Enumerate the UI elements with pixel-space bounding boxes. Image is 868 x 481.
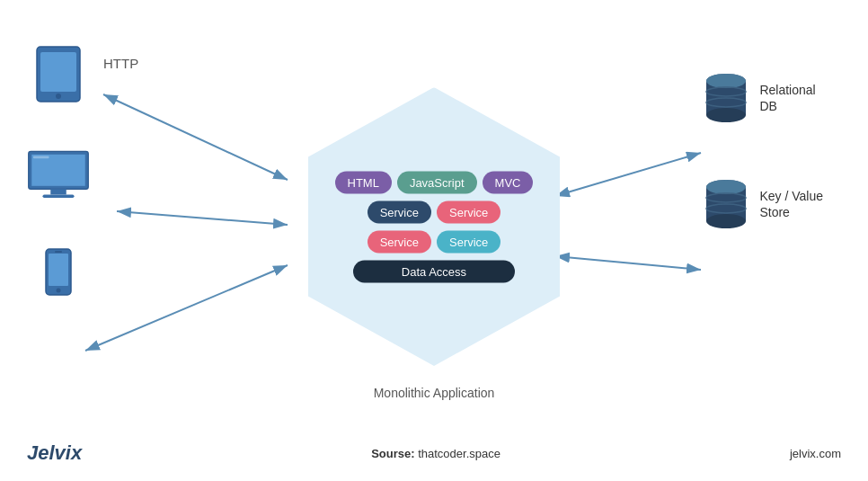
svg-rect-10 — [40, 52, 76, 92]
pill-service-pink-1: Service — [437, 200, 500, 223]
left-devices — [27, 45, 90, 297]
svg-line-8 — [555, 256, 701, 270]
svg-rect-14 — [50, 189, 66, 194]
pill-row-4: Data Access — [353, 260, 515, 282]
db-keyvalue: Key / Value Store — [704, 178, 823, 230]
pill-service-red-1: Service — [368, 230, 431, 253]
brand-left: Jelvix — [27, 441, 82, 465]
db-relational-icon — [704, 72, 748, 124]
svg-point-24 — [706, 74, 746, 88]
svg-rect-18 — [49, 254, 68, 286]
pill-row-2: Service Service — [368, 200, 501, 223]
pill-service-teal-1: Service — [437, 230, 500, 253]
svg-line-5 — [117, 211, 288, 225]
svg-line-6 — [85, 265, 288, 351]
pill-service-dark-1: Service — [368, 200, 431, 223]
brand-right: jelvix.com — [790, 447, 841, 460]
svg-point-19 — [57, 289, 61, 293]
monitor-device — [27, 148, 90, 202]
cylinder-keyvalue — [704, 178, 748, 230]
pill-html: HTML — [335, 171, 392, 193]
hexagon-wrapper: HTML JavaScript MVC Service Service Serv… — [308, 87, 560, 366]
svg-point-29 — [706, 214, 746, 228]
source-prefix: Sourse: — [371, 447, 414, 460]
hexagon-content: HTML JavaScript MVC Service Service Serv… — [326, 162, 543, 291]
footer: Jelvix Sourse: thatcoder.space jelvix.co… — [0, 441, 868, 465]
pill-row-3: Service Service — [368, 230, 501, 253]
pill-data-access: Data Access — [353, 260, 515, 282]
monitor-icon — [27, 148, 90, 202]
footer-source: Sourse: thatcoder.space — [371, 447, 500, 460]
svg-line-7 — [555, 153, 701, 196]
svg-point-30 — [706, 180, 746, 194]
source-value: thatcoder.space — [418, 447, 500, 460]
svg-point-23 — [706, 108, 746, 122]
tablet-icon — [35, 45, 82, 103]
tablet-device — [35, 45, 82, 103]
db-relational-label: Relational DB — [759, 82, 815, 114]
cylinder-relational — [704, 72, 748, 124]
mono-label: Monolithic Application — [374, 386, 495, 400]
db-keyvalue-label: Key / Value Store — [759, 188, 823, 220]
db-keyvalue-icon — [704, 178, 748, 230]
right-databases: Relational DB Key / Value Store — [704, 72, 823, 230]
pill-row-1: HTML JavaScript MVC — [335, 171, 534, 193]
svg-rect-20 — [55, 251, 62, 253]
svg-point-11 — [56, 94, 61, 99]
svg-rect-13 — [31, 155, 85, 186]
diagram-container: HTTP — [0, 0, 868, 481]
phone-device — [44, 247, 73, 297]
pill-mvc: MVC — [483, 171, 534, 193]
svg-rect-16 — [33, 156, 49, 159]
pill-javascript: JavaScript — [397, 171, 477, 193]
phone-icon — [44, 247, 73, 297]
svg-line-4 — [103, 94, 288, 180]
db-relational: Relational DB — [704, 72, 823, 124]
svg-rect-15 — [43, 194, 75, 198]
http-label: HTTP — [103, 56, 138, 71]
hexagon: HTML JavaScript MVC Service Service Serv… — [308, 87, 560, 366]
